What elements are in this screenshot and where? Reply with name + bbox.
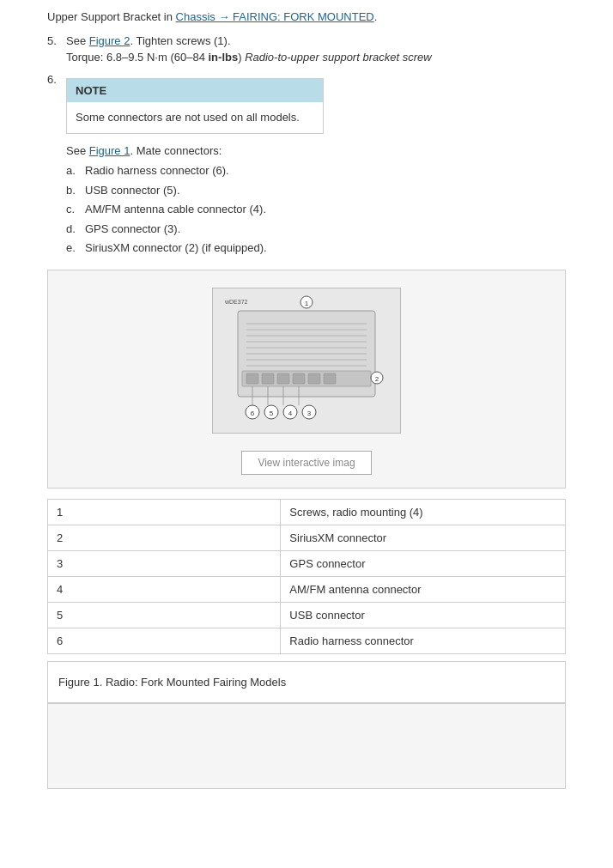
step-5-line1: See Figure 2. Tighten screws (1).: [66, 33, 566, 50]
svg-rect-15: [277, 373, 289, 384]
step-6-content: NOTE Some connectors are not used on all…: [66, 71, 566, 259]
sub-text-c: AM/FM antenna cable connector (4).: [85, 201, 266, 218]
sub-item-c: c. AM/FM antenna cable connector (4).: [66, 201, 566, 218]
figure-image-area: wDE372 1: [212, 288, 401, 434]
row3-number: 3: [48, 550, 281, 576]
step-5-number: 5.: [47, 33, 66, 66]
row6-desc: Radio harness connector: [281, 628, 566, 653]
chassis-fairing-link[interactable]: Chassis → FAIRING: FORK MOUNTED: [176, 10, 374, 23]
figure1-link[interactable]: Figure 1: [89, 144, 130, 157]
figure-caption-box: Figure 1. Radio: Fork Mounted Fairing Mo…: [47, 661, 566, 703]
step-6-number: 6.: [47, 71, 66, 259]
svg-rect-12: [242, 371, 371, 386]
svg-rect-13: [246, 373, 258, 384]
sub-item-e: e. SiriusXM connector (2) (if equipped).: [66, 240, 566, 257]
empty-figure-area: [47, 703, 566, 789]
row2-number: 2: [48, 525, 281, 550]
step-5: 5. See Figure 2. Tighten screws (1). Tor…: [47, 33, 566, 66]
sub-label-b: b.: [66, 182, 85, 199]
table-row: 1 Screws, radio mounting (4): [48, 499, 566, 525]
table-row: 2 SiriusXM connector: [48, 525, 566, 550]
figure2-link[interactable]: Figure 2: [89, 34, 130, 47]
svg-rect-18: [324, 373, 336, 384]
in-lbs-bold: in-lbs: [209, 51, 239, 64]
row5-number: 5: [48, 602, 281, 628]
svg-text:2: 2: [375, 375, 379, 383]
note-header: NOTE: [67, 79, 323, 103]
sub-text-b: USB connector (5).: [85, 182, 180, 199]
see-figure1-line: See Figure 1. Mate connectors:: [66, 143, 566, 160]
note-body: Some connectors are not used on all mode…: [67, 102, 323, 133]
view-interactive-button[interactable]: View interactive imag: [241, 451, 371, 475]
intro-text: Upper Support Bracket in Chassis → FAIRI…: [47, 9, 566, 26]
sub-label-d: d.: [66, 221, 85, 238]
sub-text-d: GPS connector (3).: [85, 221, 180, 238]
sub-label-a: a.: [66, 162, 85, 179]
page-container: Upper Support Bracket in Chassis → FAIRI…: [0, 0, 613, 806]
sub-item-b: b. USB connector (5).: [66, 182, 566, 199]
sub-label-e: e.: [66, 240, 85, 257]
row4-desc: AM/FM antenna connector: [281, 576, 566, 602]
sub-item-a: a. Radio harness connector (6).: [66, 162, 566, 179]
svg-rect-16: [293, 373, 305, 384]
svg-text:1: 1: [305, 300, 309, 307]
table-row: 6 Radio harness connector: [48, 628, 566, 653]
svg-text:3: 3: [307, 410, 312, 417]
figure-svg: wDE372 1: [221, 294, 392, 427]
step-6: 6. NOTE Some connectors are not used on …: [47, 71, 566, 259]
note-box: NOTE Some connectors are not used on all…: [66, 78, 324, 134]
step-5-torque: Torque: 6.8–9.5 N·m (60–84 in-lbs) Radio…: [66, 49, 566, 66]
figure-caption: Figure 1. Radio: Fork Mounted Fairing Mo…: [58, 676, 555, 689]
torque-italic: Radio-to-upper support bracket screw: [245, 51, 432, 64]
sub-list: a. Radio harness connector (6). b. USB c…: [66, 162, 566, 257]
sub-text-a: Radio harness connector (6).: [85, 162, 229, 179]
parts-table: 1 Screws, radio mounting (4) 2 SiriusXM …: [47, 499, 566, 654]
row3-desc: GPS connector: [281, 550, 566, 576]
svg-rect-14: [262, 373, 274, 384]
sub-text-e: SiriusXM connector (2) (if equipped).: [85, 240, 267, 257]
table-row: 3 GPS connector: [48, 550, 566, 576]
row1-number: 1: [48, 499, 281, 525]
svg-text:wDE372: wDE372: [224, 299, 248, 305]
svg-rect-17: [308, 373, 320, 384]
sub-label-c: c.: [66, 201, 85, 218]
figure-box: wDE372 1: [47, 270, 566, 489]
row5-desc: USB connector: [281, 602, 566, 628]
row1-desc: Screws, radio mounting (4): [281, 499, 566, 525]
row6-number: 6: [48, 628, 281, 653]
row4-number: 4: [48, 576, 281, 602]
table-row: 4 AM/FM antenna connector: [48, 576, 566, 602]
svg-text:5: 5: [270, 410, 274, 417]
step-5-content: See Figure 2. Tighten screws (1). Torque…: [66, 33, 566, 66]
sub-item-d: d. GPS connector (3).: [66, 221, 566, 238]
step-list: 5. See Figure 2. Tighten screws (1). Tor…: [47, 33, 566, 259]
table-row: 5 USB connector: [48, 602, 566, 628]
row2-desc: SiriusXM connector: [281, 525, 566, 550]
svg-text:4: 4: [288, 410, 293, 417]
intro-prefix: Upper Support Bracket in: [47, 10, 176, 23]
svg-text:6: 6: [251, 410, 255, 417]
